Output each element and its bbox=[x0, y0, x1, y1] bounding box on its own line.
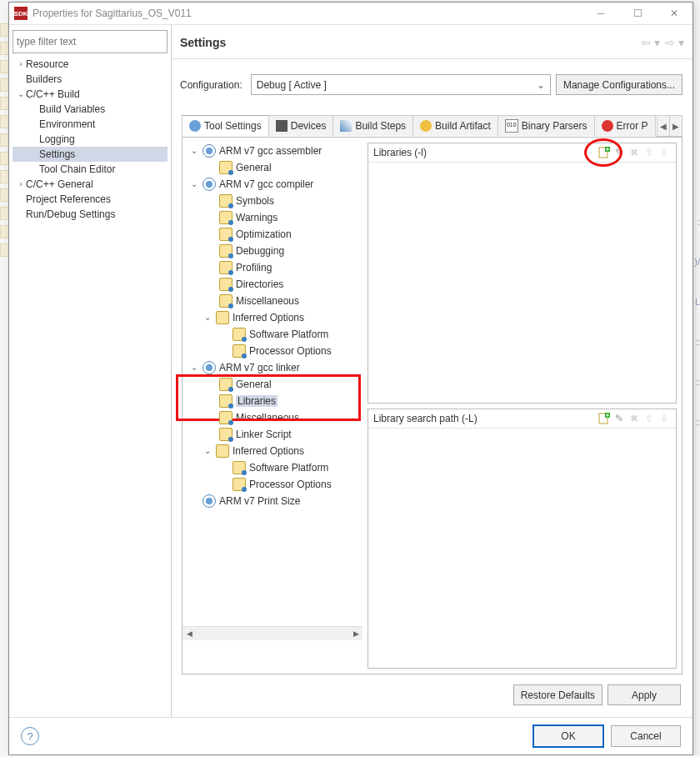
page-icon bbox=[219, 211, 232, 224]
cancel-button[interactable]: Cancel bbox=[611, 725, 681, 747]
tab-build-steps[interactable]: Build Steps bbox=[332, 115, 413, 136]
minimize-button[interactable]: ─ bbox=[582, 3, 619, 24]
chevron-down-icon: ⌄ bbox=[537, 79, 545, 91]
node-printsize[interactable]: ARM v7 Print Size bbox=[182, 493, 362, 509]
add-icon[interactable] bbox=[598, 412, 611, 425]
properties-dialog: SDK Properties for Sagittarius_OS_V011 ─… bbox=[8, 2, 693, 755]
history-nav: ⇦ ▾ ⇨ ▾ bbox=[641, 36, 684, 49]
wrench-icon bbox=[189, 120, 201, 132]
filter-input[interactable] bbox=[12, 30, 168, 53]
nav-projectrefs[interactable]: Project References bbox=[12, 192, 168, 207]
right-edge-text: :)/L:::::: bbox=[694, 217, 700, 427]
page-icon bbox=[219, 228, 232, 241]
config-select[interactable]: Debug [ Active ] ⌄ bbox=[251, 74, 551, 95]
search-path-panel: Library search path (-L) ✎ ✖ ⇧ ⇩ bbox=[368, 409, 677, 669]
node-profiling[interactable]: Profiling bbox=[182, 259, 362, 276]
nav-environment[interactable]: Environment bbox=[12, 117, 168, 132]
node-symbols[interactable]: Symbols bbox=[182, 193, 362, 209]
down-icon[interactable]: ⇩ bbox=[658, 146, 671, 159]
nav-panel: ›Resource Builders ⌄C/C++ Build Build Va… bbox=[9, 25, 172, 717]
tabs: Tool Settings Devices Build Steps Build … bbox=[182, 115, 682, 138]
folder-icon bbox=[216, 444, 229, 458]
up-icon[interactable]: ⇧ bbox=[642, 146, 656, 159]
node-linker-libraries[interactable]: Libraries bbox=[182, 393, 362, 409]
page-icon bbox=[219, 411, 232, 424]
nav-cgeneral[interactable]: ›C/C++ General bbox=[12, 177, 168, 192]
page-icon bbox=[219, 244, 232, 258]
manage-configurations-button[interactable]: Manage Configurations... bbox=[556, 74, 682, 95]
add-icon[interactable] bbox=[598, 146, 611, 159]
node-swplatform-cc[interactable]: Software Platform bbox=[182, 326, 362, 343]
nav-rundebug[interactable]: Run/Debug Settings bbox=[12, 207, 168, 222]
tool-icon bbox=[202, 494, 216, 508]
tree-hscroll[interactable]: ◀▶ bbox=[182, 626, 362, 640]
node-linker-general[interactable]: General bbox=[182, 376, 362, 393]
page-icon bbox=[219, 194, 232, 208]
tab-scroll-right[interactable]: ▶ bbox=[669, 115, 682, 137]
down-icon[interactable]: ⇩ bbox=[658, 412, 671, 425]
close-button[interactable]: ✕ bbox=[656, 3, 692, 24]
forward-icon[interactable]: ⇨ ▾ bbox=[665, 36, 684, 49]
node-cc[interactable]: ⌄ARM v7 gcc compiler bbox=[182, 176, 362, 193]
page-icon bbox=[232, 328, 246, 341]
node-debugging[interactable]: Debugging bbox=[182, 243, 362, 259]
delete-icon[interactable]: ✖ bbox=[628, 146, 641, 159]
libraries-panel: Libraries (-l) ✎ ✖ ⇧ ⇩ bbox=[368, 143, 677, 404]
binary-icon: 010 bbox=[505, 119, 518, 133]
tab-build-artifact[interactable]: Build Artifact bbox=[412, 115, 498, 136]
window-title: Properties for Sagittarius_OS_V011 bbox=[32, 8, 582, 19]
node-swplatform-ld[interactable]: Software Platform bbox=[182, 459, 362, 476]
config-label: Configuration: bbox=[180, 79, 242, 91]
node-asm[interactable]: ⌄ARM v7 gcc assembler bbox=[182, 143, 362, 159]
page-icon bbox=[219, 161, 232, 174]
trophy-icon bbox=[420, 120, 432, 132]
tool-icon bbox=[202, 178, 216, 191]
node-linker-script[interactable]: Linker Script bbox=[182, 426, 362, 443]
tab-scroll-left[interactable]: ◀ bbox=[657, 115, 670, 137]
edit-icon[interactable]: ✎ bbox=[612, 146, 626, 159]
nav-toolchain[interactable]: Tool Chain Editor bbox=[12, 162, 168, 177]
node-linker[interactable]: ⌄ARM v7 gcc linker bbox=[182, 359, 362, 376]
ok-button[interactable]: OK bbox=[532, 724, 604, 748]
node-inferred-cc[interactable]: ⌄Inferred Options bbox=[182, 309, 362, 326]
tab-devices[interactable]: Devices bbox=[268, 115, 334, 136]
edit-icon[interactable]: ✎ bbox=[612, 412, 626, 425]
tab-tool-settings[interactable]: Tool Settings bbox=[182, 115, 269, 137]
apply-button[interactable]: Apply bbox=[608, 684, 681, 705]
error-icon bbox=[602, 120, 613, 132]
titlebar: SDK Properties for Sagittarius_OS_V011 ─… bbox=[9, 3, 692, 25]
node-procopt-cc[interactable]: Processor Options bbox=[182, 343, 362, 359]
node-optimization[interactable]: Optimization bbox=[182, 226, 362, 243]
node-warnings[interactable]: Warnings bbox=[182, 209, 362, 226]
back-icon[interactable]: ⇦ ▾ bbox=[641, 36, 660, 49]
node-linker-misc[interactable]: Miscellaneous bbox=[182, 409, 362, 426]
right-panel: Settings ⇦ ▾ ⇨ ▾ Configuration: Debug [ … bbox=[172, 25, 692, 717]
page-icon bbox=[219, 394, 232, 408]
restore-defaults-button[interactable]: Restore Defaults bbox=[513, 684, 602, 705]
node-asm-general[interactable]: General bbox=[182, 159, 362, 176]
maximize-button[interactable]: ☐ bbox=[619, 3, 656, 24]
search-path-list[interactable] bbox=[368, 429, 676, 669]
tab-binary-parsers[interactable]: 010Binary Parsers bbox=[498, 115, 595, 136]
page-icon bbox=[219, 428, 232, 441]
nav-settings[interactable]: Settings bbox=[12, 147, 168, 162]
node-misc[interactable]: Miscellaneous bbox=[182, 293, 362, 309]
search-path-title: Library search path (-L) bbox=[373, 413, 596, 424]
node-procopt-ld[interactable]: Processor Options bbox=[182, 476, 362, 493]
nav-logging[interactable]: Logging bbox=[12, 132, 168, 147]
page-title: Settings bbox=[180, 36, 641, 49]
up-icon[interactable]: ⇧ bbox=[642, 412, 656, 425]
delete-icon[interactable]: ✖ bbox=[628, 412, 641, 425]
sdk-icon: SDK bbox=[14, 7, 28, 20]
help-icon[interactable]: ? bbox=[21, 727, 39, 745]
tab-error-parsers[interactable]: Error P bbox=[594, 115, 656, 136]
nav-cbuild[interactable]: ⌄C/C++ Build bbox=[12, 87, 168, 102]
node-directories[interactable]: Directories bbox=[182, 276, 362, 293]
chip-icon bbox=[276, 120, 288, 132]
node-inferred-ld[interactable]: ⌄Inferred Options bbox=[182, 443, 362, 459]
nav-resource[interactable]: ›Resource bbox=[12, 57, 168, 72]
page-icon bbox=[232, 344, 246, 358]
nav-buildvars[interactable]: Build Variables bbox=[12, 102, 168, 117]
nav-builders[interactable]: Builders bbox=[12, 72, 168, 87]
libraries-list[interactable] bbox=[368, 163, 676, 403]
